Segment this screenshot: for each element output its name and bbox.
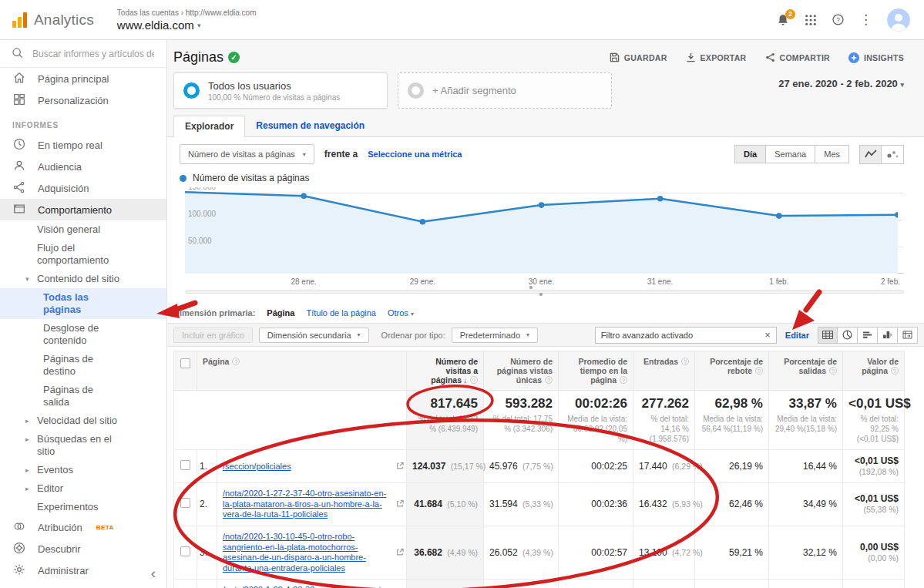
percentage-view-button[interactable]: [838, 327, 858, 344]
save-button[interactable]: GUARDAR: [610, 52, 667, 62]
comparison-view-button[interactable]: [878, 327, 898, 344]
caret-right-icon: ▸: [25, 415, 29, 427]
sidebar-item-administrar[interactable]: Administrar: [0, 559, 166, 581]
column-header-numero-de-paginas-vistas-unicas[interactable]: Número de páginas vistas únicas?: [484, 351, 559, 391]
share-icon: [765, 52, 775, 62]
open-in-new-icon[interactable]: [396, 547, 404, 559]
sidebar-item-en-tiempo-real[interactable]: En tiempo real: [0, 134, 166, 156]
sidebar-item-desglose-de-contenido[interactable]: Desglose de contenido: [0, 319, 166, 350]
date-range-selector[interactable]: 27 ene. 2020 - 2 feb. 2020 ▾: [778, 72, 904, 89]
sidebar-item-paginas-de-destino[interactable]: Páginas de destino: [0, 350, 166, 381]
dimension-otros[interactable]: Otros ▾: [388, 308, 414, 318]
performance-view-button[interactable]: [858, 327, 878, 344]
segment-title: Todos los usuarios: [208, 80, 340, 92]
segment-all-users[interactable]: Todos los usuarios 100,00 % Número de vi…: [173, 72, 388, 109]
page-link[interactable]: /nota/2020-1-30-10-45-0-otro-robo-sangri…: [223, 532, 393, 574]
granularity-month-button[interactable]: Mes: [815, 145, 849, 163]
column-header-porcentaje-de-rebote[interactable]: Porcentaje de rebote?: [695, 351, 769, 391]
segment-ring-icon: [183, 82, 200, 99]
table-row[interactable]: 2./nota/2020-1-27-2-37-40-otro-asesinato…: [174, 483, 905, 526]
page-link[interactable]: /seccion/policiales: [223, 462, 291, 472]
column-header-promedio-de-tiempo-en-la-pagina[interactable]: Promedio de tiempo en la página?: [559, 351, 633, 391]
more-options-button[interactable]: ⋮: [859, 12, 872, 28]
chart-scrubber[interactable]: [185, 290, 904, 294]
realtime-icon: [12, 137, 26, 153]
notifications-button[interactable]: 2: [776, 13, 790, 27]
sidebar-item-busquedas-en-el-sitio[interactable]: ▸Búsquedas en el sitio: [0, 430, 166, 461]
open-in-new-icon[interactable]: [396, 461, 404, 472]
sidebar-item-vision-general[interactable]: Visión general: [0, 220, 166, 239]
sidebar-item-flujo-del-comportamiento[interactable]: Flujo del comportamiento: [0, 239, 166, 270]
row-checkbox[interactable]: [180, 460, 190, 470]
sidebar-item-velocidad-del-sitio[interactable]: ▸Velocidad del sitio: [0, 412, 166, 430]
metric-selector[interactable]: Número de visitas a páginas ▾: [180, 144, 314, 164]
metric-value: 16,44 %: [803, 461, 837, 472]
summary-subtext: % del total: 12,72 % (6.439.949): [412, 414, 478, 434]
sidebar-item-descubrir[interactable]: Descubrir: [0, 538, 166, 559]
sidebar-item-comportamiento[interactable]: Comportamiento: [0, 199, 166, 220]
tab-explorador[interactable]: Explorador: [173, 116, 245, 137]
summary-value: 62,98 %: [701, 396, 763, 412]
plot-rows-button[interactable]: Incluir en gráfico: [173, 328, 253, 343]
page-link[interactable]: /nota/2020-1-27-2-37-40-otro-asesinato-e…: [223, 489, 393, 520]
select-metric-link[interactable]: Seleccione una métrica: [368, 150, 462, 159]
share-button[interactable]: COMPARTIR: [765, 52, 831, 62]
account-switcher[interactable]: Todas las cuentas › http://www.eldia.com…: [117, 8, 257, 32]
insights-button[interactable]: INSIGHTS: [848, 52, 904, 63]
metric-value: 36.682: [414, 547, 442, 558]
column-header-numero-de-visitas-a-paginas[interactable]: Número de visitas a páginas↓?: [407, 351, 484, 391]
metric-value: 16.432: [639, 499, 667, 509]
line-chart-view-button[interactable]: [859, 145, 882, 164]
sort-type-button[interactable]: Predeterminado▾: [452, 328, 538, 343]
secondary-dimension-button[interactable]: Dimensión secundaria▾: [259, 328, 369, 343]
table-row[interactable]: 4./nota/2020-1-28-4-28-32-confeso-que-ma…: [174, 580, 905, 588]
sidebar-item-experimentos[interactable]: Experimentos: [0, 498, 166, 516]
column-header-entradas[interactable]: Entradas?: [633, 351, 695, 391]
export-button[interactable]: EXPORTAR: [686, 52, 747, 62]
y-axis-tick-label: 100.000: [188, 210, 216, 218]
analytics-logo-icon[interactable]: [12, 12, 27, 28]
sidebar-item-contenido-del-sitio[interactable]: ▾Contenido del sitio: [0, 270, 166, 288]
granularity-week-button[interactable]: Semana: [766, 145, 815, 163]
scrubber-handle[interactable]: [539, 293, 543, 296]
avatar[interactable]: [887, 8, 910, 32]
sidebar-item-pagina-principal[interactable]: Página principal: [0, 68, 166, 89]
apps-grid-button[interactable]: [805, 14, 817, 26]
column-header-pagina[interactable]: Página?: [197, 351, 407, 391]
search-input[interactable]: [32, 49, 154, 59]
pivot-view-button[interactable]: [898, 327, 918, 344]
select-all-checkbox[interactable]: [180, 358, 190, 368]
clear-filter-icon[interactable]: ×: [764, 329, 771, 341]
dimension-pagina[interactable]: Página: [267, 308, 294, 318]
add-segment-button[interactable]: + Añadir segmento: [398, 72, 612, 109]
summary-value: 593.282: [489, 396, 553, 412]
advanced-filter-chip[interactable]: Filtro avanzado activado ×: [595, 327, 777, 344]
open-in-new-icon[interactable]: [396, 499, 404, 510]
collapse-sidebar-button[interactable]: ‹: [151, 565, 156, 582]
sidebar-item-eventos[interactable]: ▸Eventos: [0, 461, 166, 479]
sidebar-item-editor[interactable]: ▸Editor: [0, 479, 166, 498]
table-view-button[interactable]: [818, 327, 838, 344]
tab-resumen-de-navegacion[interactable]: Resumen de navegación: [245, 116, 375, 136]
dimension-titulo-de-la-pagina[interactable]: Título de la página: [306, 308, 376, 318]
table-row[interactable]: 1./seccion/policiales124.037 (15,17 %)45…: [174, 450, 905, 483]
row-checkbox[interactable]: [180, 546, 190, 556]
granularity-day-button[interactable]: Día: [734, 145, 766, 163]
scrubber-handle[interactable]: [529, 286, 533, 289]
table-row[interactable]: 3./nota/2020-1-30-10-45-0-otro-robo-sang…: [174, 526, 905, 580]
page-link[interactable]: /nota/2020-1-28-4-28-32-confeso-que-mato…: [223, 585, 393, 588]
sidebar-item-adquisicion[interactable]: Adquisición: [0, 177, 166, 199]
column-header-valor-de-pagina[interactable]: Valor de página?: [843, 351, 905, 391]
row-checkbox[interactable]: [180, 498, 190, 508]
sidebar-item-atribucion[interactable]: AtribuciónBETA: [0, 516, 166, 538]
sidebar-item-audiencia[interactable]: Audiencia: [0, 156, 166, 177]
column-header-porcentaje-de-salidas[interactable]: Porcentaje de salidas?: [769, 351, 843, 391]
sidebar-search[interactable]: [0, 40, 166, 68]
edit-filter-link[interactable]: Editar: [785, 331, 809, 340]
sidebar-item-personalizacion[interactable]: Personalización: [0, 89, 166, 111]
motion-chart-view-button[interactable]: [882, 145, 904, 164]
sidebar-item-label: Atribución: [38, 522, 82, 533]
sidebar-item-todas-las-paginas[interactable]: Todas las páginas: [0, 288, 166, 319]
help-button[interactable]: ?: [832, 13, 845, 26]
sidebar-item-paginas-de-salida[interactable]: Páginas de salida: [0, 381, 166, 412]
